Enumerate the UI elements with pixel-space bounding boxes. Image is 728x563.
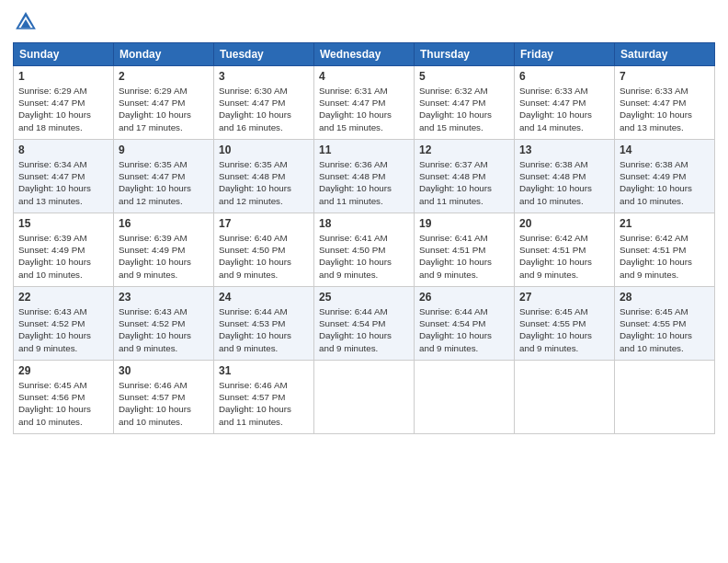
day-info: Sunrise: 6:45 AM Sunset: 4:56 PM Dayligh… bbox=[18, 379, 108, 428]
day-info: Sunrise: 6:34 AM Sunset: 4:47 PM Dayligh… bbox=[18, 158, 108, 207]
day-number: 27 bbox=[519, 291, 609, 304]
calendar-day-cell: 9 Sunrise: 6:35 AM Sunset: 4:47 PM Dayli… bbox=[114, 140, 214, 213]
day-info: Sunrise: 6:39 AM Sunset: 4:49 PM Dayligh… bbox=[119, 232, 209, 281]
header bbox=[13, 9, 715, 35]
calendar-day-cell: 31 Sunrise: 6:46 AM Sunset: 4:57 PM Dayl… bbox=[214, 361, 314, 434]
calendar-day-cell bbox=[415, 361, 515, 434]
day-info: Sunrise: 6:46 AM Sunset: 4:57 PM Dayligh… bbox=[119, 379, 209, 428]
day-info: Sunrise: 6:30 AM Sunset: 4:47 PM Dayligh… bbox=[219, 85, 309, 133]
day-number: 12 bbox=[419, 144, 509, 156]
day-number: 4 bbox=[319, 70, 409, 83]
calendar-day-cell: 15 Sunrise: 6:39 AM Sunset: 4:49 PM Dayl… bbox=[14, 213, 114, 287]
calendar-day-cell: 12 Sunrise: 6:37 AM Sunset: 4:48 PM Dayl… bbox=[415, 140, 515, 213]
day-info: Sunrise: 6:29 AM Sunset: 4:47 PM Dayligh… bbox=[119, 85, 209, 133]
day-number: 20 bbox=[519, 217, 609, 230]
weekday-header-row: SundayMondayTuesdayWednesdayThursdayFrid… bbox=[14, 43, 715, 66]
day-number: 13 bbox=[519, 144, 609, 156]
weekday-header-cell: Thursday bbox=[415, 43, 515, 66]
calendar-day-cell: 8 Sunrise: 6:34 AM Sunset: 4:47 PM Dayli… bbox=[14, 140, 114, 213]
logo-icon bbox=[13, 9, 39, 35]
calendar-week-row: 15 Sunrise: 6:39 AM Sunset: 4:49 PM Dayl… bbox=[14, 213, 715, 287]
calendar-day-cell: 20 Sunrise: 6:42 AM Sunset: 4:51 PM Dayl… bbox=[515, 213, 615, 287]
day-info: Sunrise: 6:40 AM Sunset: 4:50 PM Dayligh… bbox=[219, 232, 309, 281]
day-info: Sunrise: 6:41 AM Sunset: 4:50 PM Dayligh… bbox=[319, 232, 409, 281]
weekday-header-cell: Friday bbox=[515, 43, 615, 66]
calendar-body: 1 Sunrise: 6:29 AM Sunset: 4:47 PM Dayli… bbox=[14, 66, 715, 434]
day-number: 5 bbox=[419, 70, 509, 83]
day-info: Sunrise: 6:35 AM Sunset: 4:47 PM Dayligh… bbox=[119, 158, 209, 207]
calendar-day-cell bbox=[615, 361, 715, 434]
day-info: Sunrise: 6:45 AM Sunset: 4:55 PM Dayligh… bbox=[519, 305, 609, 354]
day-info: Sunrise: 6:42 AM Sunset: 4:51 PM Dayligh… bbox=[519, 232, 609, 281]
calendar-day-cell: 14 Sunrise: 6:38 AM Sunset: 4:49 PM Dayl… bbox=[615, 140, 715, 213]
calendar-day-cell: 10 Sunrise: 6:35 AM Sunset: 4:48 PM Dayl… bbox=[214, 140, 314, 213]
calendar-day-cell: 19 Sunrise: 6:41 AM Sunset: 4:51 PM Dayl… bbox=[415, 213, 515, 287]
day-info: Sunrise: 6:33 AM Sunset: 4:47 PM Dayligh… bbox=[519, 85, 609, 133]
calendar-day-cell: 22 Sunrise: 6:43 AM Sunset: 4:52 PM Dayl… bbox=[14, 287, 114, 361]
day-number: 28 bbox=[620, 291, 710, 304]
calendar-week-row: 29 Sunrise: 6:45 AM Sunset: 4:56 PM Dayl… bbox=[14, 361, 715, 434]
day-number: 19 bbox=[419, 217, 509, 230]
day-number: 15 bbox=[18, 217, 108, 230]
day-info: Sunrise: 6:43 AM Sunset: 4:52 PM Dayligh… bbox=[18, 305, 108, 354]
day-info: Sunrise: 6:37 AM Sunset: 4:48 PM Dayligh… bbox=[419, 158, 509, 207]
calendar-day-cell: 30 Sunrise: 6:46 AM Sunset: 4:57 PM Dayl… bbox=[114, 361, 214, 434]
calendar-day-cell: 23 Sunrise: 6:43 AM Sunset: 4:52 PM Dayl… bbox=[114, 287, 214, 361]
calendar-day-cell: 27 Sunrise: 6:45 AM Sunset: 4:55 PM Dayl… bbox=[515, 287, 615, 361]
day-info: Sunrise: 6:29 AM Sunset: 4:47 PM Dayligh… bbox=[18, 85, 108, 133]
calendar-day-cell: 6 Sunrise: 6:33 AM Sunset: 4:47 PM Dayli… bbox=[515, 66, 615, 140]
page-container: SundayMondayTuesdayWednesdayThursdayFrid… bbox=[0, 0, 728, 443]
day-number: 17 bbox=[219, 217, 309, 230]
calendar-day-cell: 17 Sunrise: 6:40 AM Sunset: 4:50 PM Dayl… bbox=[214, 213, 314, 287]
weekday-header-cell: Tuesday bbox=[214, 43, 314, 66]
logo bbox=[13, 9, 40, 35]
calendar-day-cell: 21 Sunrise: 6:42 AM Sunset: 4:51 PM Dayl… bbox=[615, 213, 715, 287]
calendar-day-cell bbox=[515, 361, 615, 434]
calendar-day-cell: 7 Sunrise: 6:33 AM Sunset: 4:47 PM Dayli… bbox=[615, 66, 715, 140]
calendar-week-row: 22 Sunrise: 6:43 AM Sunset: 4:52 PM Dayl… bbox=[14, 287, 715, 361]
weekday-header-cell: Wednesday bbox=[314, 43, 415, 66]
day-info: Sunrise: 6:44 AM Sunset: 4:54 PM Dayligh… bbox=[419, 305, 509, 354]
day-number: 18 bbox=[319, 217, 409, 230]
day-number: 24 bbox=[219, 291, 309, 304]
calendar-day-cell: 25 Sunrise: 6:44 AM Sunset: 4:54 PM Dayl… bbox=[314, 287, 415, 361]
day-info: Sunrise: 6:46 AM Sunset: 4:57 PM Dayligh… bbox=[219, 379, 309, 428]
day-info: Sunrise: 6:38 AM Sunset: 4:49 PM Dayligh… bbox=[620, 158, 710, 207]
day-number: 29 bbox=[18, 364, 108, 377]
calendar-day-cell: 18 Sunrise: 6:41 AM Sunset: 4:50 PM Dayl… bbox=[314, 213, 415, 287]
day-info: Sunrise: 6:39 AM Sunset: 4:49 PM Dayligh… bbox=[18, 232, 108, 281]
day-number: 2 bbox=[119, 70, 209, 83]
day-info: Sunrise: 6:35 AM Sunset: 4:48 PM Dayligh… bbox=[219, 158, 309, 207]
calendar-week-row: 1 Sunrise: 6:29 AM Sunset: 4:47 PM Dayli… bbox=[14, 66, 715, 140]
calendar-day-cell: 13 Sunrise: 6:38 AM Sunset: 4:48 PM Dayl… bbox=[515, 140, 615, 213]
day-number: 6 bbox=[519, 70, 609, 83]
calendar-week-row: 8 Sunrise: 6:34 AM Sunset: 4:47 PM Dayli… bbox=[14, 140, 715, 213]
calendar-day-cell: 4 Sunrise: 6:31 AM Sunset: 4:47 PM Dayli… bbox=[314, 66, 415, 140]
calendar-day-cell: 3 Sunrise: 6:30 AM Sunset: 4:47 PM Dayli… bbox=[214, 66, 314, 140]
calendar-day-cell: 1 Sunrise: 6:29 AM Sunset: 4:47 PM Dayli… bbox=[14, 66, 114, 140]
day-number: 23 bbox=[119, 291, 209, 304]
day-info: Sunrise: 6:45 AM Sunset: 4:55 PM Dayligh… bbox=[620, 305, 710, 354]
day-info: Sunrise: 6:41 AM Sunset: 4:51 PM Dayligh… bbox=[419, 232, 509, 281]
day-number: 14 bbox=[620, 144, 710, 156]
day-number: 25 bbox=[319, 291, 409, 304]
calendar-day-cell: 16 Sunrise: 6:39 AM Sunset: 4:49 PM Dayl… bbox=[114, 213, 214, 287]
calendar-day-cell: 5 Sunrise: 6:32 AM Sunset: 4:47 PM Dayli… bbox=[415, 66, 515, 140]
calendar-day-cell: 11 Sunrise: 6:36 AM Sunset: 4:48 PM Dayl… bbox=[314, 140, 415, 213]
day-info: Sunrise: 6:38 AM Sunset: 4:48 PM Dayligh… bbox=[519, 158, 609, 207]
day-number: 22 bbox=[18, 291, 108, 304]
day-info: Sunrise: 6:36 AM Sunset: 4:48 PM Dayligh… bbox=[319, 158, 409, 207]
day-info: Sunrise: 6:43 AM Sunset: 4:52 PM Dayligh… bbox=[119, 305, 209, 354]
day-number: 1 bbox=[18, 70, 108, 83]
weekday-header-cell: Sunday bbox=[14, 43, 114, 66]
calendar-day-cell: 2 Sunrise: 6:29 AM Sunset: 4:47 PM Dayli… bbox=[114, 66, 214, 140]
calendar-day-cell: 29 Sunrise: 6:45 AM Sunset: 4:56 PM Dayl… bbox=[14, 361, 114, 434]
day-number: 21 bbox=[620, 217, 710, 230]
calendar-day-cell bbox=[314, 361, 415, 434]
weekday-header-cell: Monday bbox=[114, 43, 214, 66]
day-number: 31 bbox=[219, 364, 309, 377]
calendar-table: SundayMondayTuesdayWednesdayThursdayFrid… bbox=[13, 42, 715, 434]
day-number: 10 bbox=[219, 144, 309, 156]
day-number: 11 bbox=[319, 144, 409, 156]
day-number: 8 bbox=[18, 144, 108, 156]
